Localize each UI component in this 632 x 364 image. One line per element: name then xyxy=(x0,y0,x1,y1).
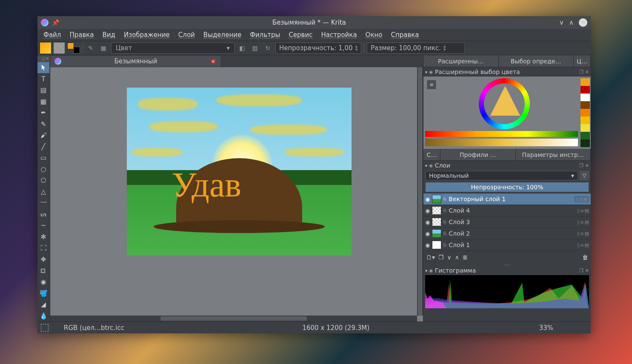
histogram-header[interactable]: ▾ ◉ Гистограмма ❐ ✕ xyxy=(423,266,591,275)
layer-locks[interactable]: ▯α▤ xyxy=(577,208,589,213)
eraser-icon[interactable]: ◧ xyxy=(237,43,247,53)
tab-specific-color[interactable]: Выбор опреде… xyxy=(499,55,574,67)
swatch[interactable] xyxy=(581,86,590,94)
visibility-icon[interactable]: ◉ xyxy=(425,230,430,237)
tool-pattern-edit[interactable]: ▦ xyxy=(37,96,49,107)
tool-freehand-path[interactable]: ᔕ xyxy=(37,209,49,220)
maximize-button[interactable]: ∧ xyxy=(569,19,574,26)
tool-bezier[interactable]: 〰 xyxy=(37,197,49,209)
float-icon[interactable]: ❐ xyxy=(579,69,583,75)
tab-tool-options[interactable]: Параметры инстр… xyxy=(516,149,591,160)
menu-view[interactable]: Вид xyxy=(99,30,119,40)
visibility-icon[interactable]: ◉ xyxy=(425,196,430,202)
brush-presets-icon[interactable]: ▦ xyxy=(98,43,109,53)
layer-row[interactable]: ◉ ⎘ Слой 3 ▯α▤ xyxy=(423,216,591,228)
menu-tools[interactable]: Сервис xyxy=(285,30,316,40)
horizontal-scrollbar[interactable] xyxy=(50,316,417,321)
layer-filter-button[interactable]: ▽ xyxy=(580,171,589,180)
duplicate-layer-button[interactable]: ❐ xyxy=(438,254,444,261)
tool-rectangle[interactable]: ▭ xyxy=(37,152,49,164)
tool-ellipse[interactable]: ○ xyxy=(37,164,49,175)
tool-dynamic-brush[interactable]: ~ xyxy=(37,220,49,231)
pin-icon[interactable]: 📌 xyxy=(52,19,59,26)
layer-row[interactable]: ◉ ⎘ Слой 4 ▯α▤ xyxy=(423,205,591,216)
opacity-spinner[interactable]: Непрозрачность: 1,00 ▲▼ xyxy=(275,43,361,54)
tab-advanced-color[interactable]: Расширенны… xyxy=(423,55,499,67)
layer-properties-button[interactable]: ≣ xyxy=(463,254,468,261)
vertical-scrollbar[interactable] xyxy=(417,67,423,316)
fg-bg-colors[interactable] xyxy=(67,43,80,54)
tab-layers-short[interactable]: С… xyxy=(423,149,440,160)
layer-blend-mode-combo[interactable]: Нормальный▾ xyxy=(425,171,578,180)
color-selector[interactable]: ≡ xyxy=(423,77,591,149)
tool-multibrush[interactable]: ✻ xyxy=(37,231,49,243)
move-layer-down-button[interactable]: ∨ xyxy=(447,254,452,261)
tool-text[interactable]: T xyxy=(37,73,49,85)
add-layer-button[interactable]: 🗋▾ xyxy=(426,254,435,261)
selection-mode-icon[interactable] xyxy=(41,324,49,332)
collapse-icon[interactable]: ▾ xyxy=(425,163,427,168)
menu-window[interactable]: Окно xyxy=(362,30,386,40)
swatch[interactable] xyxy=(581,132,590,139)
tab-close-button[interactable]: ✕ xyxy=(210,58,216,64)
color-profile-label[interactable]: RGB (цел…btrc.icc xyxy=(55,324,133,332)
swatch[interactable] xyxy=(581,117,590,124)
swatch[interactable] xyxy=(581,109,590,117)
gradient-swatch[interactable] xyxy=(40,43,51,54)
tool-pointer[interactable] xyxy=(37,62,49,74)
collapse-icon[interactable]: ▾ xyxy=(425,70,427,74)
tool-deform[interactable]: ◉ xyxy=(37,276,49,288)
swatch[interactable] xyxy=(581,101,590,109)
pattern-swatch[interactable] xyxy=(54,43,65,54)
titlebar[interactable]: 📌 Безымянный * — Krita ∨ ∧ ✕ xyxy=(37,16,591,29)
hue-slider[interactable] xyxy=(425,131,578,137)
tool-line[interactable]: ╱ xyxy=(37,141,49,152)
tool-polyline[interactable]: △ xyxy=(37,186,49,198)
zoom-level[interactable]: 33% xyxy=(539,324,587,332)
minimize-button[interactable]: ∨ xyxy=(559,19,564,26)
reload-icon[interactable]: ↻ xyxy=(263,43,273,53)
lock-icon[interactable]: ◉ xyxy=(429,163,433,168)
layer-locks[interactable]: ▯α▤ xyxy=(575,196,589,202)
menu-settings[interactable]: Настройка xyxy=(317,30,360,40)
swatch[interactable] xyxy=(581,94,590,101)
close-docker-icon[interactable]: ✕ xyxy=(585,163,589,168)
layer-row[interactable]: ◉ ⎘ Слой 2 ▯α▤ xyxy=(423,228,591,239)
tool-pencil[interactable]: ✎ xyxy=(37,118,49,130)
layer-locks[interactable]: ▯α▤ xyxy=(577,231,589,236)
tool-fill[interactable]: 🪣 xyxy=(37,287,49,299)
tool-color-picker[interactable]: 💧 xyxy=(37,310,49,321)
tool-gradient-edit[interactable]: ▤ xyxy=(37,85,49,96)
lock-icon[interactable]: ◉ xyxy=(429,268,433,273)
color-history[interactable] xyxy=(581,78,590,147)
menu-layer[interactable]: Слой xyxy=(175,30,198,40)
visibility-icon[interactable]: ◉ xyxy=(425,208,430,214)
close-docker-icon[interactable]: ✕ xyxy=(585,69,589,75)
tool-calligraphy[interactable]: ✒ xyxy=(37,107,49,119)
menu-select[interactable]: Выделение xyxy=(200,30,245,40)
lock-icon[interactable]: ◉ xyxy=(429,69,433,75)
visibility-icon[interactable]: ◉ xyxy=(425,219,430,225)
menu-edit[interactable]: Правка xyxy=(66,30,97,40)
float-icon[interactable]: ❐ xyxy=(579,268,583,273)
swatch[interactable] xyxy=(581,78,590,86)
alpha-lock-icon[interactable]: ▨ xyxy=(250,43,260,53)
swatch[interactable] xyxy=(581,139,590,147)
tab-profiles[interactable]: Профили … xyxy=(440,149,516,160)
collapse-icon[interactable]: ▾ xyxy=(425,268,427,273)
color-selector-options-icon[interactable]: ≡ xyxy=(427,80,436,89)
canvas[interactable]: Удав xyxy=(127,88,352,256)
visibility-icon[interactable]: ◉ xyxy=(425,242,430,248)
saturation-slider[interactable] xyxy=(425,139,578,146)
canvas-text-object[interactable]: Удав xyxy=(172,165,241,205)
canvas-viewport[interactable]: Удав xyxy=(50,67,423,321)
brush-editor-icon[interactable]: ✎ xyxy=(86,43,96,53)
tool-move[interactable]: ✥ xyxy=(37,254,49,265)
move-layer-up-button[interactable]: ∧ xyxy=(455,254,459,261)
blend-mode-combo[interactable]: Цвет▾ xyxy=(111,43,234,54)
document-tab[interactable]: Безымянный ✕ xyxy=(50,56,220,67)
tool-brush[interactable]: 🖌 xyxy=(37,130,49,141)
layer-opacity-slider[interactable]: Непрозрачность: 100% xyxy=(425,182,589,192)
menu-file[interactable]: Файл xyxy=(40,30,64,40)
tool-crop[interactable]: ⛶ xyxy=(37,242,49,254)
